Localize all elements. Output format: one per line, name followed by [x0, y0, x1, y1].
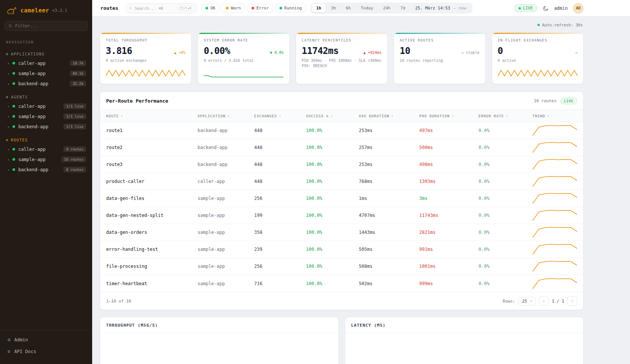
sort-icon: ↕ — [547, 114, 550, 118]
nav-item-badge: 16 routes — [62, 157, 86, 162]
kpi-accent-bar — [296, 33, 387, 34]
nav-section-header[interactable]: APPLICATIONS — [0, 50, 92, 58]
table-row[interactable]: product-caller caller-app 448 100.0% 768… — [100, 173, 583, 190]
table-row[interactable]: error-handling-test sample-app 239 100.0… — [100, 241, 583, 258]
gear-icon: ⚙ — [8, 337, 11, 342]
time-range-6h[interactable]: 6h — [341, 4, 355, 12]
sidebar-nav-item[interactable]: ▸ backend-app 1/1 live — [0, 121, 92, 132]
nav-section-header[interactable]: ROUTES — [0, 136, 92, 144]
nav-section: ROUTES ▸ caller-app 4 routes ▸ sample-ap… — [0, 136, 92, 175]
document-icon: ≡ — [8, 349, 11, 354]
sidebar-nav-item[interactable]: ▸ sample-app 1/1 live — [0, 111, 92, 121]
column-header-route[interactable]: ROUTE↕ — [106, 114, 198, 118]
cell-p99-duration: 999ms — [419, 281, 479, 286]
table-row[interactable]: timer-heartbeat sample-app 716 100.0% 50… — [100, 275, 583, 292]
sidebar-nav-item[interactable]: ▸ caller-app 1/1 live — [0, 101, 92, 111]
rows-per-page-select[interactable]: 25 ▾ — [518, 297, 536, 306]
sidebar-nav-item[interactable]: ▸ backend-app 6 routes — [0, 164, 92, 175]
status-dot-icon — [226, 7, 229, 9]
column-header-success-[interactable]: SUCCESS %↕ — [306, 114, 359, 118]
sidebar-nav-item[interactable]: ▸ caller-app 4 routes — [0, 144, 92, 154]
page-indicator: 1 / 1 — [552, 299, 564, 304]
sidebar-nav-item[interactable]: ▸ sample-app 84.1k — [0, 68, 92, 78]
table-row[interactable]: data-gen-files sample-app 256 100.0% 1ms… — [100, 190, 583, 207]
time-range-today[interactable]: Today — [356, 4, 378, 12]
kpi-card: SYSTEM ERROR RATE 0.00% ▼ 0.0% 0 errors … — [198, 32, 289, 84]
cell-p99-duration: 498ms — [419, 162, 479, 167]
next-page-button[interactable]: › — [567, 296, 577, 306]
column-header-error-rate[interactable]: ERROR RATE↕ — [479, 114, 533, 118]
sidebar-nav-item[interactable]: ▸ caller-app 10.7k — [0, 58, 92, 68]
kpi-accent-bar — [394, 33, 485, 34]
time-range-24h[interactable]: 24h — [378, 4, 395, 12]
cell-avg-duration: 505ms — [359, 247, 419, 252]
nav-section-header[interactable]: AGENTS — [0, 93, 92, 101]
nav-item-badge: 1/1 live — [63, 103, 86, 109]
global-search[interactable]: Ctrl+K — [126, 3, 197, 13]
chevron-right-icon: ▸ — [8, 82, 9, 86]
section-marker-icon — [6, 53, 8, 55]
column-header-p99-duration[interactable]: P99 DURATION↕ — [419, 114, 479, 118]
cell-avg-duration: 768ms — [359, 179, 419, 184]
cell-exchanges: 256 — [254, 196, 306, 201]
nav-section-items: ▸ caller-app 1/1 live ▸ sample-app 1/1 l… — [0, 101, 92, 132]
cell-application: sample-app — [198, 281, 254, 286]
column-header-trend[interactable]: TREND↕ — [533, 114, 577, 118]
section-marker-icon — [6, 139, 8, 141]
user-name: admin — [554, 6, 568, 11]
table-row[interactable]: route1 backend-app 448 100.0% 253ms 497m… — [100, 122, 583, 139]
status-filter-chip[interactable]: Error — [247, 4, 273, 12]
dark-mode-toggle[interactable] — [543, 5, 549, 11]
time-range-3h[interactable]: 3h — [326, 4, 340, 12]
cell-p99-duration: 500ms — [419, 145, 479, 150]
global-search-input[interactable] — [135, 6, 176, 11]
sidebar-nav-item[interactable]: ▸ backend-app 32.2k — [0, 78, 92, 89]
camel-logo-icon — [6, 6, 17, 15]
status-filter-chip[interactable]: OK — [201, 4, 219, 12]
cell-avg-duration: 1443ms — [359, 230, 419, 235]
live-status-badge: LIVE — [514, 4, 537, 12]
rows-label: Rows: — [503, 299, 515, 304]
table-row[interactable]: data-gen-nested-split sample-app 199 100… — [100, 207, 583, 224]
column-header-exchanges[interactable]: EXCHANGES↕ — [254, 114, 306, 118]
column-header-avg-duration[interactable]: AVG DURATION↕ — [359, 114, 419, 118]
cell-error-rate: 0.0% — [479, 264, 533, 269]
cell-application: backend-app — [198, 145, 254, 150]
pagination-range: 1–10 of 10 — [106, 299, 131, 304]
status-dot-icon — [12, 72, 15, 75]
cell-success-percent: 100.0% — [306, 179, 359, 184]
topbar: routes Ctrl+K OK Warn Error Running 1h3h… — [92, 0, 630, 17]
chevron-right-icon: ▸ — [8, 61, 9, 65]
column-header-application[interactable]: APPLICATION↕ — [198, 114, 254, 118]
sidebar-item-api-docs[interactable]: ≡ API Docs — [0, 346, 92, 357]
status-filter-chip[interactable]: Warn — [222, 4, 245, 12]
table-row[interactable]: file-processing sample-app 256 100.0% 50… — [100, 258, 583, 275]
kpi-delta: ▲ +0% — [174, 51, 185, 55]
time-range-1h[interactable]: 1h — [312, 4, 326, 12]
cell-error-rate: 0.0% — [479, 196, 533, 201]
throughput-chart-title: THROUGHPUT (MSG/S) — [100, 317, 338, 333]
status-filter-chip[interactable]: Running — [275, 4, 306, 12]
table-row[interactable]: route3 backend-app 448 100.0% 253ms 498m… — [100, 156, 583, 173]
cell-application: sample-app — [198, 247, 254, 252]
prev-page-button[interactable]: ‹ — [539, 296, 549, 306]
cell-p99-duration: 3ms — [419, 196, 479, 201]
pagination-controls: Rows: 25 ▾ ‹ 1 / 1 › — [503, 296, 577, 306]
sort-icon: ↕ — [506, 114, 508, 118]
sidebar-item-admin[interactable]: ⚙ Admin — [0, 334, 92, 346]
auto-refresh-dot-icon — [537, 24, 540, 26]
sidebar-filter[interactable] — [5, 21, 88, 31]
time-range-control: 1h3h6hToday24h7d 25. März 14:53 — now — [310, 3, 472, 14]
sidebar-nav-item[interactable]: ▸ sample-app 16 routes — [0, 154, 92, 164]
kpi-label: LATENCY PERCENTILES — [302, 38, 381, 42]
cell-p99-duration: 991ms — [419, 247, 479, 252]
table-row[interactable]: data-gen-orders sample-app 358 100.0% 14… — [100, 224, 583, 241]
chevron-right-icon: ▸ — [8, 72, 9, 75]
table-row[interactable]: route2 backend-app 448 100.0% 257ms 500m… — [100, 139, 583, 156]
user-avatar[interactable]: AD — [573, 3, 584, 14]
latency-chart-card: LATENCY (MS) — [345, 317, 584, 364]
time-range-7d[interactable]: 7d — [396, 4, 410, 12]
cell-success-percent: 100.0% — [306, 128, 359, 133]
sidebar-filter-input[interactable] — [15, 23, 84, 28]
cell-p99-duration: 1001ms — [419, 264, 479, 269]
